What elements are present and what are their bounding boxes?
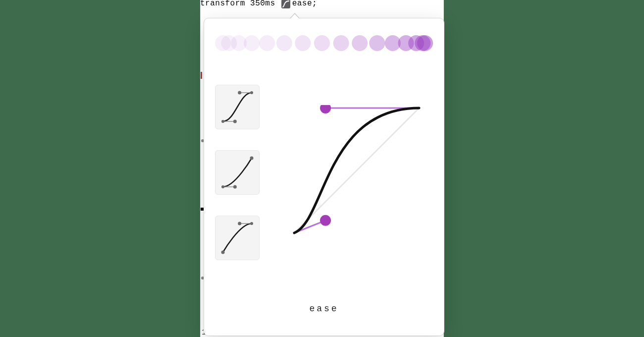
easing-preview-balls <box>214 28 434 58</box>
easing-preview-track <box>214 28 434 58</box>
svg-point-27 <box>250 157 253 160</box>
bezier-handle-p2 <box>320 105 331 113</box>
gutter-marker <box>201 72 202 79</box>
svg-point-7 <box>314 35 330 51</box>
css-timing: ease <box>292 0 312 8</box>
svg-point-19 <box>238 91 241 95</box>
svg-point-4 <box>259 35 275 51</box>
bezier-swatch-icon[interactable] <box>281 0 290 8</box>
svg-point-8 <box>333 35 349 51</box>
page-margin-left <box>0 0 201 337</box>
svg-line-34 <box>294 108 419 233</box>
svg-point-21 <box>250 91 253 94</box>
svg-point-15 <box>417 35 433 51</box>
preset-ease-in[interactable] <box>215 150 260 195</box>
curve-name-label: ease <box>204 304 444 314</box>
preset-ease-in-out[interactable] <box>215 85 260 129</box>
css-property: transform <box>200 0 245 8</box>
svg-point-32 <box>221 251 224 254</box>
svg-point-31 <box>238 222 241 225</box>
svg-point-20 <box>221 120 224 123</box>
bezier-handle-p1 <box>320 215 331 226</box>
bezier-curve-editor[interactable] <box>291 105 422 236</box>
svg-point-24 <box>233 185 237 189</box>
page-margin-right <box>443 0 644 337</box>
svg-point-5 <box>276 35 292 51</box>
svg-point-3 <box>244 35 260 51</box>
css-duration: 350ms <box>250 0 275 8</box>
svg-point-9 <box>352 35 368 51</box>
svg-point-33 <box>250 222 253 225</box>
preset-ease-out[interactable] <box>215 216 260 260</box>
css-declaration: transform 350ms ease ; <box>200 0 317 8</box>
preset-list <box>215 85 263 281</box>
svg-point-6 <box>295 35 311 51</box>
svg-point-26 <box>221 185 224 188</box>
bezier-editor-popover: ease <box>204 18 444 336</box>
css-terminator: ; <box>312 0 317 8</box>
svg-point-18 <box>233 120 237 123</box>
svg-point-10 <box>369 35 385 51</box>
